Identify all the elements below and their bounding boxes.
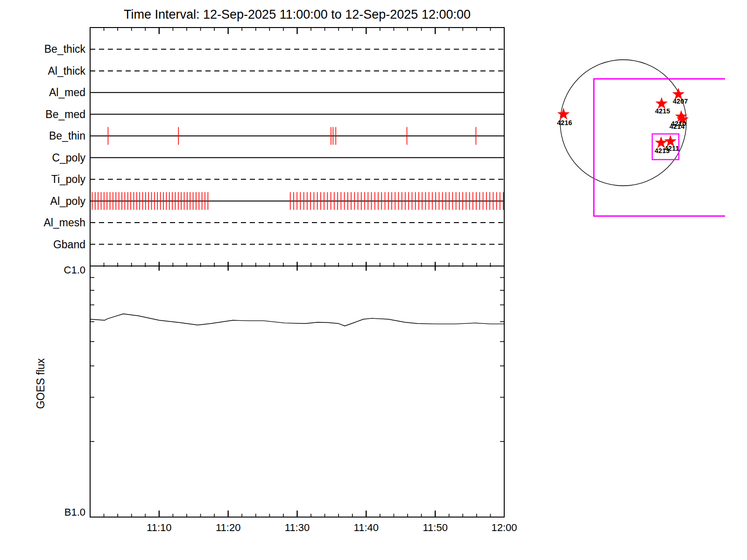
plot-canvas: 11:1011:2011:3011:4011:5012:00Be_thickAl… (0, 0, 747, 560)
exposure-ticks (92, 127, 503, 210)
active-region-label-4207: 4207 (673, 98, 688, 105)
x-tick-label: 11:20 (216, 522, 240, 533)
x-tick-label: 11:40 (354, 522, 379, 533)
xrt-goes-planning-chart: Time Interval: 12-Sep-2025 11:00:00 to 1… (0, 0, 747, 560)
active-region-label-4214: 4214 (669, 123, 684, 130)
panel-frames (90, 28, 504, 517)
active-region-label-4215: 4215 (655, 107, 670, 115)
goes-flux-axis-title: GOES flux (35, 358, 47, 409)
filter-timeline-panel: Be_thickAl_thickAl_medBe_medBe_thinC_pol… (44, 43, 504, 250)
active-region-label-4213: 4213 (655, 147, 669, 154)
active-region-label-4216: 4216 (557, 119, 572, 126)
filter-label-Al_thick: Al_thick (48, 65, 85, 77)
y-top-label: C1.0 (64, 264, 85, 276)
filter-label-Ti_poly: Ti_poly (51, 173, 86, 185)
goes-flux-curve (90, 314, 504, 326)
filter-label-C_poly: C_poly (52, 152, 85, 164)
x-tick-label: 11:30 (285, 522, 310, 533)
x-tick-label: 11:50 (423, 522, 447, 533)
x-tick-label: 12:00 (491, 522, 517, 533)
filter-label-Gband: Gband (53, 238, 85, 251)
x-tick-label: 11:10 (147, 522, 171, 533)
time-axis-ticks (104, 28, 491, 517)
solar-disk-map: 4216421542074210421442114213 (557, 60, 725, 216)
goes-flux-panel: C1.0B1.0GOES flux (35, 264, 504, 518)
y-bottom-label: B1.0 (64, 506, 85, 518)
filter-label-Al_poly: Al_poly (50, 195, 86, 207)
chart-title: Time Interval: 12-Sep-2025 11:00:00 to 1… (90, 7, 504, 22)
filter-label-Be_thin: Be_thin (49, 130, 85, 142)
active-region-star-4216 (557, 108, 570, 119)
filter-label-Al_med: Al_med (49, 86, 85, 98)
time-axis-labels: 11:1011:2011:3011:4011:5012:00 (147, 522, 517, 533)
filter-label-Be_thick: Be_thick (44, 43, 86, 55)
filter-label-Be_med: Be_med (45, 108, 85, 120)
filter-label-Al_mesh: Al_mesh (44, 217, 85, 229)
